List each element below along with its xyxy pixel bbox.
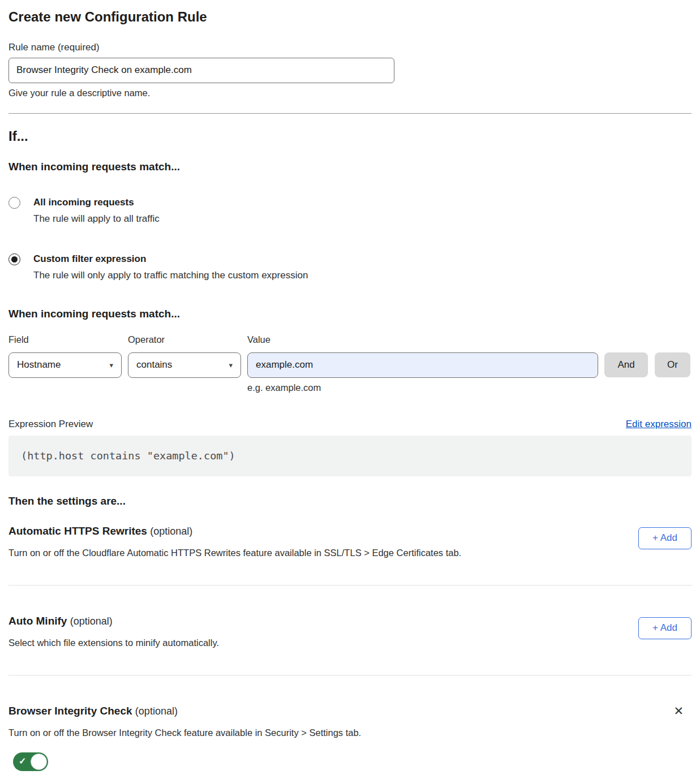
settings-heading: Then the settings are... (8, 494, 692, 508)
setting-title: Browser Integrity Check (optional) (8, 704, 178, 718)
radio-description: The rule will only apply to traffic matc… (33, 269, 308, 282)
add-button[interactable]: + Add (638, 527, 692, 549)
section-divider (8, 585, 692, 586)
check-icon: ✓ (19, 756, 26, 767)
setting-optional-text: (optional) (135, 705, 178, 717)
and-button[interactable]: And (604, 352, 648, 377)
expression-preview-header: Expression Preview Edit expression (8, 418, 692, 431)
section-divider (8, 675, 692, 675)
setting-title-text: Auto Minify (8, 615, 67, 627)
page-title: Create new Configuration Rule (8, 9, 692, 25)
setting-description: Turn on or off the Browser Integrity Che… (8, 726, 692, 739)
builder-column-labels: Field Operator Value (8, 334, 692, 346)
radio-description: The rule will apply to all traffic (33, 213, 160, 225)
field-select[interactable]: Hostname ▾ (8, 352, 122, 378)
expression-builder-row: Hostname ▾ contains ▾ And Or (8, 352, 692, 378)
operator-select-value: contains (136, 359, 172, 371)
operator-select[interactable]: contains ▾ (128, 352, 241, 378)
value-column-label: Value (247, 334, 692, 346)
chevron-down-icon: ▾ (109, 361, 113, 369)
field-select-value: Hostname (17, 359, 61, 371)
setting-description: Turn on or off the Cloudflare Automatic … (8, 546, 461, 559)
rule-name-help: Give your rule a descriptive name. (8, 87, 692, 99)
radio-option-custom-filter[interactable]: Custom filter expression The rule will o… (8, 253, 692, 282)
field-column-label: Field (8, 334, 128, 346)
add-button[interactable]: + Add (638, 617, 692, 639)
section-divider (8, 113, 692, 114)
radio-label: All incoming requests (33, 196, 160, 209)
expression-code-text: (http.host contains "example.com") (21, 450, 235, 462)
radio-button-icon[interactable] (8, 197, 20, 209)
browser-integrity-check-toggle[interactable]: ✓ (13, 752, 48, 771)
builder-heading: When incoming requests match... (8, 307, 692, 321)
rule-name-input[interactable] (8, 58, 394, 83)
setting-title-text: Automatic HTTPS Rewrites (8, 525, 147, 537)
value-input[interactable] (247, 352, 598, 378)
chevron-down-icon: ▾ (229, 361, 233, 369)
rule-name-label: Rule name (required) (8, 41, 692, 54)
setting-title: Auto Minify (optional) (8, 614, 219, 629)
setting-title: Automatic HTTPS Rewrites (optional) (8, 524, 461, 539)
setting-optional-text: (optional) (150, 526, 192, 537)
close-icon[interactable]: ✕ (673, 705, 684, 717)
setting-row-automatic-https-rewrites: Automatic HTTPS Rewrites (optional) Turn… (8, 524, 692, 559)
radio-label: Custom filter expression (33, 253, 308, 265)
setting-row-browser-integrity-check: Browser Integrity Check (optional) ✕ Tur… (8, 704, 692, 773)
radio-button-icon[interactable] (8, 253, 20, 265)
value-help-text: e.g. example.com (247, 382, 692, 394)
radio-option-all-incoming[interactable]: All incoming requests The rule will appl… (8, 196, 692, 225)
setting-description: Select which file extensions to minify a… (8, 636, 219, 649)
expression-preview-label: Expression Preview (8, 418, 93, 431)
operator-column-label: Operator (128, 334, 247, 346)
or-button[interactable]: Or (655, 352, 690, 377)
if-heading: If... (8, 128, 692, 144)
match-heading: When incoming requests match... (8, 160, 692, 174)
toggle-knob[interactable] (31, 754, 47, 770)
setting-optional-text: (optional) (70, 616, 113, 627)
edit-expression-link[interactable]: Edit expression (626, 418, 692, 431)
setting-title-text: Browser Integrity Check (8, 705, 132, 717)
expression-preview-code: (http.host contains "example.com") (8, 436, 692, 476)
setting-row-auto-minify: Auto Minify (optional) Select which file… (8, 614, 692, 649)
